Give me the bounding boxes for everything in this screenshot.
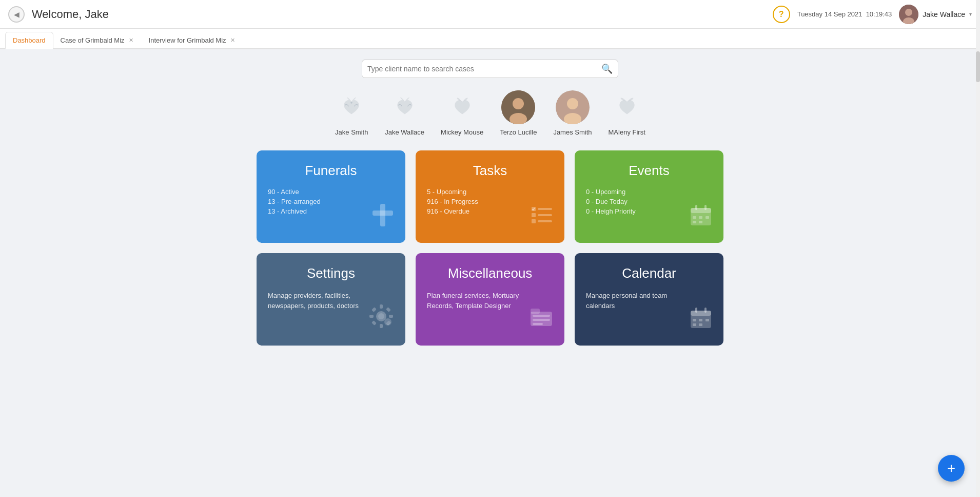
avatar xyxy=(899,5,918,24)
tile-calendar[interactable]: Calendar Manage personal and team calend… xyxy=(575,253,723,346)
svg-rect-22 xyxy=(693,216,696,219)
svg-point-5 xyxy=(513,98,524,109)
contact-avatar-terzo-lucille xyxy=(501,90,535,124)
scrollbar-thumb[interactable] xyxy=(976,51,980,82)
contact-name-jake-wallace: Jake Wallace xyxy=(385,128,424,136)
svg-rect-24 xyxy=(705,216,709,219)
svg-rect-31 xyxy=(369,315,374,318)
contact-james-smith[interactable]: James Smith xyxy=(553,90,592,136)
tile-events-stat-1: 0 - Upcoming xyxy=(586,188,712,196)
header-datetime: Tuesday 14 Sep 2021 10:19:43 xyxy=(797,10,892,18)
svg-point-1 xyxy=(905,9,912,16)
svg-rect-16 xyxy=(532,219,536,223)
svg-rect-29 xyxy=(380,304,383,309)
help-button[interactable]: ? xyxy=(773,6,790,23)
contact-avatar-jake-wallace xyxy=(388,90,422,124)
search-icon: 🔍 xyxy=(601,64,613,74)
svg-rect-21 xyxy=(704,205,707,210)
help-icon: ? xyxy=(779,10,784,19)
contact-avatar-james-smith xyxy=(556,90,590,124)
svg-rect-35 xyxy=(371,320,377,326)
svg-rect-32 xyxy=(389,315,393,318)
tab-case-grimbald[interactable]: Case of Grimbald Miz ✕ xyxy=(53,32,142,48)
svg-rect-17 xyxy=(538,220,552,222)
contact-maleny-first[interactable]: MAleny First xyxy=(609,90,645,136)
tile-settings-title: Settings xyxy=(268,265,394,281)
header-time: 10:19:43 xyxy=(866,10,892,18)
svg-rect-50 xyxy=(705,319,709,321)
tab-label-interview: Interview for Grimbald Miz xyxy=(149,36,226,44)
tile-settings[interactable]: Settings Manage providers, facilities, n… xyxy=(257,253,405,346)
svg-point-28 xyxy=(378,313,384,319)
contact-avatar-maleny-first xyxy=(610,90,644,124)
contact-avatar-mickey-mouse xyxy=(445,90,479,124)
svg-point-3 xyxy=(350,102,352,104)
back-button[interactable]: ◀ xyxy=(8,6,25,23)
tabs-bar: Dashboard Case of Grimbald Miz ✕ Intervi… xyxy=(0,29,980,49)
svg-rect-26 xyxy=(699,221,702,223)
svg-rect-11 xyxy=(373,211,393,216)
page-title: Welcome, Jake xyxy=(32,8,773,21)
cross-icon xyxy=(369,202,396,235)
contacts-row: Jake Smith Jake Wallace xyxy=(335,90,645,136)
svg-rect-43 xyxy=(533,323,543,325)
contact-name-mickey-mouse: Mickey Mouse xyxy=(441,128,483,136)
svg-rect-51 xyxy=(693,323,696,326)
svg-rect-15 xyxy=(538,214,552,216)
tab-label-case: Case of Grimbald Miz xyxy=(61,36,125,44)
contact-name-terzo-lucille: Terzo Lucille xyxy=(500,128,537,136)
tile-tasks-stat-1: 5 - Upcoming xyxy=(427,188,553,196)
svg-rect-49 xyxy=(699,319,702,321)
tab-label-dashboard: Dashboard xyxy=(13,36,46,44)
tab-interview-grimbald[interactable]: Interview for Grimbald Miz ✕ xyxy=(142,32,243,48)
avatar-image xyxy=(899,5,918,24)
tab-dashboard[interactable]: Dashboard xyxy=(5,32,53,49)
svg-rect-48 xyxy=(693,319,696,321)
contact-avatar-jake-smith xyxy=(335,90,368,124)
contact-mickey-mouse[interactable]: Mickey Mouse xyxy=(441,90,483,136)
main-content: 🔍 Jake Smith xyxy=(0,49,980,356)
calendar-icon-cal xyxy=(689,305,713,335)
fab-add-button[interactable]: + xyxy=(938,455,965,482)
svg-rect-46 xyxy=(695,308,697,313)
svg-rect-13 xyxy=(538,208,552,210)
svg-point-38 xyxy=(386,320,390,324)
tile-misc[interactable]: Miscellaneous Plan funeral services, Mor… xyxy=(416,253,564,346)
svg-rect-14 xyxy=(532,213,536,217)
contact-terzo-lucille[interactable]: Terzo Lucille xyxy=(500,90,537,136)
header-user[interactable]: Jake Wallace ▾ xyxy=(899,5,972,24)
tile-settings-description: Manage providers, facilities, newspapers… xyxy=(268,291,360,311)
contact-jake-wallace[interactable]: Jake Wallace xyxy=(385,90,424,136)
folder-icon xyxy=(528,304,554,335)
svg-rect-19 xyxy=(691,208,711,213)
tile-funerals[interactable]: Funerals 90 - Active 13 - Pre-arranged 1… xyxy=(257,150,405,243)
svg-rect-41 xyxy=(533,315,550,317)
fab-plus-icon: + xyxy=(947,460,955,476)
svg-rect-23 xyxy=(699,216,702,219)
contact-name-jake-smith: Jake Smith xyxy=(335,128,368,136)
checklist-icon xyxy=(530,203,554,233)
tile-calendar-description: Manage personal and team calendars xyxy=(586,291,678,311)
tab-close-case[interactable]: ✕ xyxy=(128,37,134,44)
svg-rect-42 xyxy=(533,319,550,321)
header-right: ? Tuesday 14 Sep 2021 10:19:43 Jake Wall… xyxy=(773,5,972,24)
tile-tasks[interactable]: Tasks 5 - Upcoming 916 - In Progress 916… xyxy=(416,150,564,243)
tab-close-interview[interactable]: ✕ xyxy=(229,37,236,44)
contact-name-maleny-first: MAleny First xyxy=(609,128,645,136)
search-bar: 🔍 xyxy=(362,60,618,78)
svg-rect-40 xyxy=(531,309,540,314)
tile-misc-description: Plan funeral services, Mortuary Records,… xyxy=(427,291,519,311)
header-username: Jake Wallace xyxy=(923,10,965,18)
tile-funerals-title: Funerals xyxy=(268,163,394,179)
svg-rect-47 xyxy=(704,308,707,313)
svg-point-8 xyxy=(567,98,578,109)
tile-tasks-title: Tasks xyxy=(427,163,553,179)
search-button[interactable]: 🔍 xyxy=(601,63,613,74)
contact-jake-smith[interactable]: Jake Smith xyxy=(335,90,368,136)
calendar-icon-events xyxy=(689,203,713,233)
svg-rect-30 xyxy=(380,324,383,328)
svg-rect-45 xyxy=(691,311,711,316)
tile-events[interactable]: Events 0 - Upcoming 0 - Due Today 0 - He… xyxy=(575,150,723,243)
contact-name-james-smith: James Smith xyxy=(553,128,592,136)
search-input[interactable] xyxy=(367,65,601,73)
